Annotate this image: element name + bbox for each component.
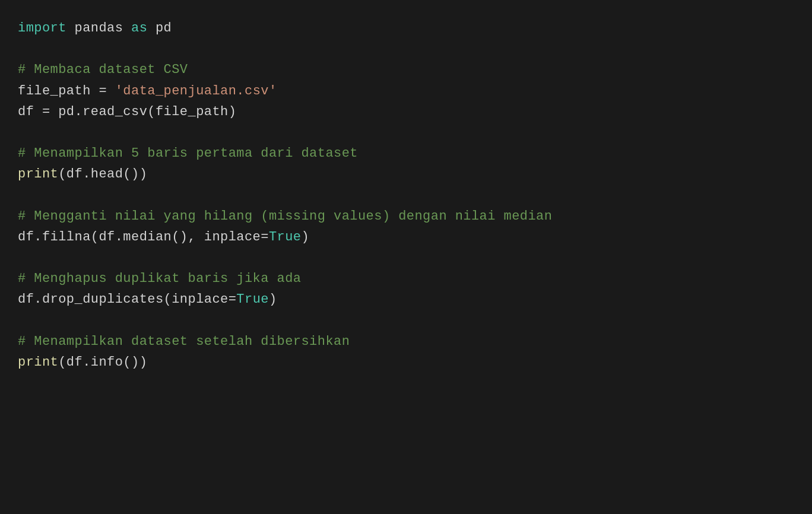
token-normal: (df.head()): [58, 167, 147, 182]
code-line: df.fillna(df.median(), inplace=True): [18, 227, 794, 248]
token-normal: df.fillna(df.median(), inplace=: [18, 230, 269, 245]
code-line: # Menghapus duplikat baris jika ada: [18, 268, 794, 289]
token-kw-import: import: [18, 21, 66, 36]
token-comment: # Membaca dataset CSV: [18, 62, 188, 77]
token-comment: # Menghapus duplikat baris jika ada: [18, 271, 301, 286]
code-editor: import pandas as pd# Membaca dataset CSV…: [0, 0, 812, 514]
code-line: # Membaca dataset CSV: [18, 59, 794, 80]
token-kw-as: as: [131, 21, 147, 36]
token-comment: # Mengganti nilai yang hilang (missing v…: [18, 209, 552, 224]
code-content: import pandas as pd# Membaca dataset CSV…: [18, 18, 794, 373]
token-kw-true: True: [269, 230, 302, 245]
token-normal: file_path =: [18, 84, 115, 99]
code-line: # Menampilkan 5 baris pertama dari datas…: [18, 143, 794, 164]
code-line: import pandas as pd: [18, 18, 794, 39]
token-normal: df = pd.read_csv(file_path): [18, 104, 236, 119]
code-line: # Menampilkan dataset setelah dibersihka…: [18, 331, 794, 352]
token-kw-print: print: [18, 355, 58, 370]
blank-line: [18, 310, 794, 331]
token-comment: # Menampilkan 5 baris pertama dari datas…: [18, 146, 358, 161]
blank-line: [18, 122, 794, 143]
token-kw-print: print: [18, 167, 58, 182]
token-normal: pd: [147, 21, 172, 36]
code-line: df.drop_duplicates(inplace=True): [18, 289, 794, 310]
code-line: print(df.info()): [18, 352, 794, 373]
code-line: print(df.head()): [18, 164, 794, 185]
token-string: 'data_penjualan.csv': [115, 84, 277, 99]
code-line: df = pd.read_csv(file_path): [18, 101, 794, 122]
token-kw-true: True: [236, 292, 269, 307]
code-line: file_path = 'data_penjualan.csv': [18, 81, 794, 101]
blank-line: [18, 248, 794, 268]
token-normal: ): [302, 230, 310, 245]
blank-line: [18, 39, 794, 59]
token-normal: (df.info()): [58, 355, 147, 370]
code-line: # Mengganti nilai yang hilang (missing v…: [18, 206, 794, 227]
token-comment: # Menampilkan dataset setelah dibersihka…: [18, 334, 350, 349]
blank-line: [18, 185, 794, 206]
token-normal: ): [269, 292, 277, 307]
token-normal: df.drop_duplicates(inplace=: [18, 292, 236, 307]
token-normal: pandas: [66, 21, 131, 36]
